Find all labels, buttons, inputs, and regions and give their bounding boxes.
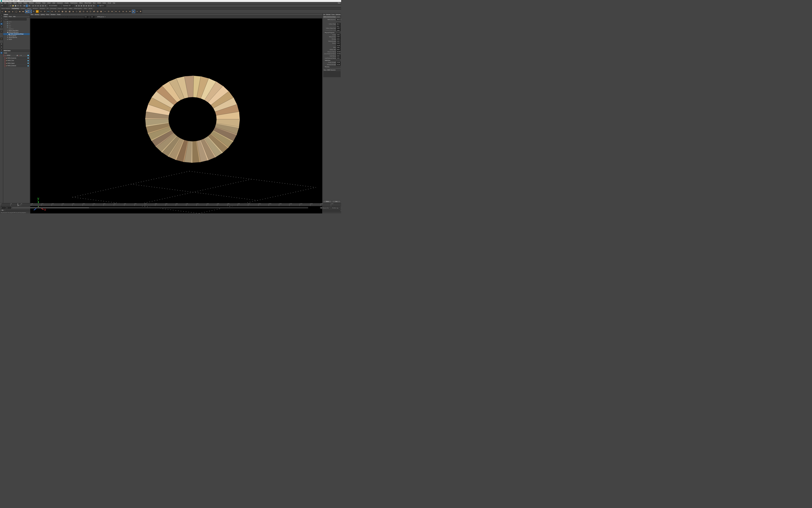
poly-svg-icon[interactable]: SVG [36, 10, 39, 13]
multicut-icon[interactable]: ✂ [103, 10, 107, 13]
anim-layer-dropdown[interactable]: No Anim Laye [331, 207, 341, 209]
poly-type-icon[interactable]: T [32, 10, 35, 13]
select-objects-icon[interactable]: ◫ [26, 5, 28, 7]
vp-icon[interactable] [64, 16, 65, 18]
vp-icon[interactable] [58, 16, 60, 18]
outliner-layout-icon[interactable]: ▤ [0, 52, 3, 54]
attr-value-field[interactable]: 0.709 [336, 42, 341, 44]
range-track[interactable] [12, 207, 308, 209]
module-dropdown[interactable]: FX [1, 5, 8, 7]
new-scene-icon[interactable]: ▫ [10, 5, 11, 7]
play-icon[interactable]: ▶ [90, 5, 92, 7]
menu-nhair[interactable]: nHair [52, 2, 55, 4]
attr-value-field[interactable]: 100.000 [336, 51, 341, 53]
outliner-item[interactable]: ■MASH [3, 38, 30, 40]
outliner-item[interactable]: ◉defaultLightSet [3, 35, 30, 37]
load-button[interactable]: Loa [332, 200, 341, 203]
subdiv-icon[interactable]: ⊡ [82, 10, 85, 13]
vp-icon[interactable] [73, 16, 75, 18]
attr-value-field[interactable]: Mesh [336, 23, 341, 25]
menu-file[interactable]: File [1, 2, 2, 4]
select-mode-icon[interactable]: ▣ [24, 5, 25, 7]
vp-icon[interactable] [77, 16, 78, 18]
range-start-input[interactable] [6, 207, 11, 209]
shelf-tab-sculpting[interactable]: Sculpting [20, 8, 26, 9]
attr-tab-selected[interactable]: Selected [326, 14, 330, 15]
fill-hole-icon[interactable]: ◫ [89, 10, 92, 13]
menu-ncloth[interactable]: nCloth [47, 2, 50, 4]
delete-icon[interactable]: ✖ [139, 10, 142, 13]
move-tool-icon[interactable]: ✥ [0, 23, 3, 25]
redo-icon[interactable]: ↷ [19, 5, 21, 7]
shelf-tab-animation[interactable]: Animation [32, 8, 39, 9]
vp-menu-renderer[interactable]: Renderer [51, 14, 55, 15]
attr-value-field[interactable]: Auto [336, 25, 341, 27]
mash-node-row[interactable]: ◆MASH_Distribute [5, 65, 29, 67]
poly-plane-icon[interactable]: ◆ [18, 10, 21, 13]
attr-value-field[interactable]: 0.000 [336, 55, 341, 57]
pivot-icon[interactable]: ✛ [40, 10, 43, 13]
grid-minus-icon[interactable]: ⊖ [0, 49, 3, 51]
bridge-icon[interactable]: ▦ [61, 10, 64, 13]
attr-value-field[interactable]: 0.010 [336, 49, 341, 51]
menu-boss[interactable]: Boss [93, 2, 96, 4]
menu-mash[interactable]: MASH [97, 2, 100, 4]
section-mashbias[interactable]: MASH Bias [323, 59, 341, 61]
character-set-dropdown[interactable]: No Character Set [320, 207, 331, 209]
poly-platonic-icon[interactable]: ⬢ [25, 10, 28, 13]
sculpt-icon[interactable]: ✦ [135, 10, 139, 13]
scale-tool-icon[interactable]: ⤢ [0, 30, 3, 33]
attr-tab-attributes[interactable]: Attributes [336, 14, 341, 15]
menu-cache[interactable]: Cache [102, 2, 106, 4]
menu-help[interactable]: Help [113, 2, 115, 4]
attr-value-field[interactable]: 0.100 [336, 36, 341, 38]
offset-edge-icon[interactable]: ⊠ [110, 10, 114, 13]
attr-tab-focus[interactable]: Focus [331, 14, 335, 15]
vp-menu-panels[interactable]: Panels [57, 14, 60, 15]
vp-icon[interactable] [80, 16, 82, 18]
vp-menu-show[interactable]: Show [46, 14, 49, 15]
vp-icon[interactable] [79, 16, 80, 18]
poly-sphere-icon[interactable]: ● [1, 10, 4, 13]
attr-value-field[interactable]: 0.000 [336, 34, 341, 36]
render-settings-icon[interactable]: ▦ [83, 5, 85, 7]
poly-disc-icon[interactable]: ⬬ [21, 10, 25, 13]
vp-icon[interactable] [49, 16, 51, 18]
smooth-icon[interactable]: ◇ [75, 10, 78, 13]
render-frame-icon[interactable]: ▦ [78, 5, 80, 7]
anim-start-input[interactable] [1, 207, 6, 209]
select-button[interactable]: Select [323, 200, 332, 203]
vp-icon[interactable] [42, 16, 43, 18]
vp-icon[interactable] [69, 16, 71, 18]
menu-edit[interactable]: Edit [4, 2, 6, 4]
paint-select-icon[interactable]: 🖌 [0, 20, 3, 23]
attr-subtab-time[interactable]: time1 [336, 16, 341, 18]
mash-node-row[interactable]: ◆MASH_Color [5, 59, 29, 62]
attr-value-field[interactable]: 0.000 [336, 57, 341, 59]
shelf-tab-fxcaching[interactable]: FX Caching [49, 8, 57, 9]
mash-network-row[interactable]: ▾ ■ MASH ⇄ ● ▫ ⧉ [3, 54, 29, 56]
attr-value-field[interactable]: 67.582 [336, 61, 341, 64]
vp-icon[interactable] [51, 16, 52, 18]
rotate-tool-icon[interactable]: ⟲ [0, 26, 3, 28]
target-weld-icon[interactable]: ◈ [72, 10, 75, 13]
poly-torus-icon[interactable]: ◯ [15, 10, 18, 13]
vp-gamma-input[interactable] [90, 16, 94, 18]
attr-value-field[interactable]: 5.000 [336, 29, 341, 31]
vp-icon[interactable] [82, 16, 84, 18]
workspace-label[interactable]: Work [338, 2, 341, 4]
attr-value-field[interactable]: Use M [336, 44, 341, 46]
menu-modify[interactable]: Modify [18, 2, 22, 4]
vp-icon[interactable] [54, 16, 56, 18]
attr-value-field[interactable]: 1.000 [336, 27, 341, 29]
poly-cylinder-icon[interactable]: ▬ [8, 10, 11, 13]
vp-icon[interactable] [67, 16, 69, 18]
shelf-tab-arnold[interactable]: Arnold [88, 8, 93, 9]
snap-plane-icon[interactable]: ◎ [40, 5, 42, 7]
shelf-tab-bifrost[interactable]: Bifrost [63, 8, 68, 9]
shelf-tab-polymodeling[interactable]: Poly Modeling [11, 8, 20, 9]
snap-grid-icon[interactable]: ⊙ [32, 5, 34, 7]
outliner-item[interactable]: –⬤MASH_BulletSolver [3, 32, 30, 33]
merge-icon[interactable]: ▩ [68, 10, 71, 13]
outliner-tree[interactable]: +📷persp+📷top+📷front+📷side+◈pSphere1+◈MAS… [3, 20, 30, 50]
